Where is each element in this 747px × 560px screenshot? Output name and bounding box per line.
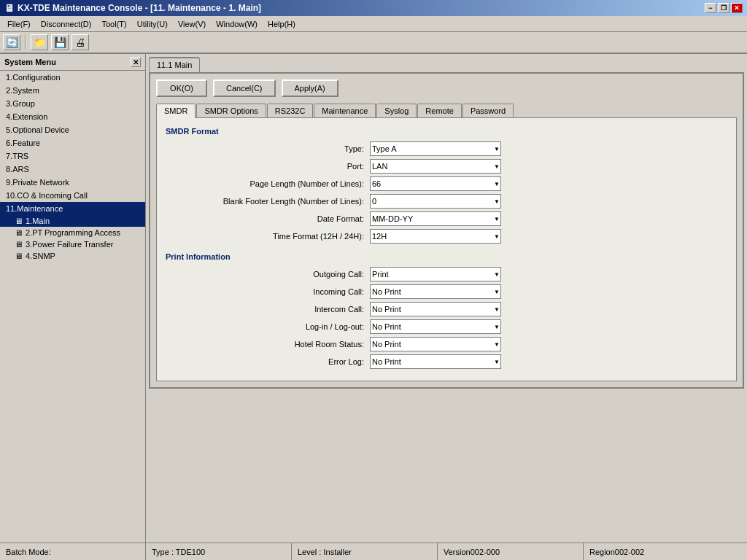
time-format-select-wrapper: 12H24H	[370, 229, 501, 244]
date-format-select[interactable]: MM-DD-YYDD-MM-YYYY-MM-DD	[370, 211, 501, 226]
tab-rs232c[interactable]: RS232C	[267, 104, 314, 117]
main-layout: System Menu ✕ 1.Configuration 2.System 3…	[0, 54, 747, 542]
menu-file[interactable]: File(F)	[3, 18, 35, 30]
tab-maintenance[interactable]: Maintenance	[314, 104, 376, 117]
restore-button[interactable]: ❐	[718, 3, 729, 13]
sidebar-item-trs[interactable]: 7.TRS	[0, 149, 145, 163]
minimize-button[interactable]: −	[705, 3, 716, 13]
page-length-select[interactable]: 660	[370, 176, 501, 191]
time-format-row: Time Format (12H / 24H): 12H24H	[166, 229, 727, 244]
sidebar-title: System Menu	[4, 58, 56, 66]
sidebar-item-system[interactable]: 2.System	[0, 84, 145, 97]
hotel-select[interactable]: No PrintPrint	[370, 337, 501, 351]
menu-window[interactable]: Window(W)	[212, 18, 262, 30]
sidebar-item-group[interactable]: 3.Group	[0, 97, 145, 110]
sidebar-subitem-pt[interactable]: 🖥 2.PT Programming Access	[0, 227, 145, 238]
title-bar-controls[interactable]: − ❐ ✕	[705, 3, 743, 13]
intercom-row: Intercom Call: No PrintPrint	[166, 302, 727, 316]
error-log-row: Error Log: No PrintPrint	[166, 354, 727, 369]
incoming-select-wrapper: No PrintPrint	[370, 284, 501, 299]
menu-utility[interactable]: Utility(U)	[133, 18, 172, 30]
blank-footer-select[interactable]: 012	[370, 194, 501, 209]
tab-smdr[interactable]: SMDR	[156, 104, 196, 118]
sidebar-item-optional[interactable]: 5.Optional Device	[0, 123, 145, 136]
sidebar-close-button[interactable]: ✕	[131, 57, 141, 67]
status-type: Type : TDE100	[146, 543, 292, 560]
pt-icon: 🖥	[15, 228, 23, 237]
date-format-row: Date Format: MM-DD-YYDD-MM-YYYY-MM-DD	[166, 211, 727, 226]
date-format-label: Date Format:	[166, 214, 370, 223]
login-select-wrapper: No PrintPrint	[370, 319, 501, 334]
login-label: Log-in / Log-out:	[166, 322, 370, 331]
ok-button[interactable]: OK(O)	[156, 79, 207, 97]
tab-remote[interactable]: Remote	[417, 104, 462, 117]
hotel-row: Hotel Room Status: No PrintPrint	[166, 337, 727, 351]
status-version: Version002-000	[438, 543, 584, 560]
time-format-select[interactable]: 12H24H	[370, 229, 501, 244]
sidebar-subitem-snmp[interactable]: 🖥 4.SNMP	[0, 250, 145, 262]
sidebar-item-configuration[interactable]: 1.Configuration	[0, 71, 145, 84]
cancel-button[interactable]: Cancel(C)	[213, 79, 276, 97]
title-bar-left: 🖥 KX-TDE Maintenance Console - [11. Main…	[4, 2, 261, 14]
tab-smdr-options[interactable]: SMDR Options	[196, 104, 266, 117]
inner-tabs: SMDR SMDR Options RS232C Maintenance Sys…	[156, 103, 737, 117]
status-bar: Batch Mode: Type : TDE100 Level : Instal…	[0, 542, 747, 560]
toolbar: 🔄 📁 💾 🖨	[0, 32, 747, 54]
tab-syslog[interactable]: Syslog	[376, 104, 417, 117]
intercom-select[interactable]: No PrintPrint	[370, 302, 501, 316]
content-tab-main[interactable]: 11.1 Main	[149, 57, 200, 72]
menu-disconnect[interactable]: Disconnect(D)	[36, 18, 96, 30]
incoming-row: Incoming Call: No PrintPrint	[166, 284, 727, 299]
port-select[interactable]: LANRS232C	[370, 159, 501, 174]
type-row: Type: Type AType B	[166, 141, 727, 156]
blank-footer-row: Blank Footer Length (Number of Lines): 0…	[166, 194, 727, 209]
hotel-label: Hotel Room Status:	[166, 340, 370, 349]
toolbar-print-button[interactable]: 🖨	[71, 34, 89, 50]
menu-help[interactable]: Help(H)	[263, 18, 300, 30]
status-region: Region002-002	[584, 543, 747, 560]
intercom-label: Intercom Call:	[166, 305, 370, 314]
toolbar-refresh-button[interactable]: 🔄	[3, 34, 20, 50]
type-select[interactable]: Type AType B	[370, 141, 501, 156]
incoming-select[interactable]: No PrintPrint	[370, 284, 501, 299]
smdr-format-title: SMDR Format	[166, 127, 727, 136]
page-length-label: Page Length (Number of Lines):	[166, 179, 370, 188]
apply-button[interactable]: Apply(A)	[282, 79, 338, 97]
menu-bar: File(F) Disconnect(D) Tool(T) Utility(U)…	[0, 16, 747, 32]
menu-view[interactable]: View(V)	[174, 18, 210, 30]
power-icon: 🖥	[15, 240, 23, 249]
incoming-label: Incoming Call:	[166, 287, 370, 296]
outgoing-select[interactable]: PrintNo Print	[370, 267, 501, 281]
toolbar-open-button[interactable]: 📁	[31, 34, 48, 50]
error-log-select[interactable]: No PrintPrint	[370, 354, 501, 369]
tab-password[interactable]: Password	[462, 104, 514, 117]
outgoing-label: Outgoing Call:	[166, 270, 370, 279]
type-label: Type:	[166, 144, 370, 153]
title-bar: 🖥 KX-TDE Maintenance Console - [11. Main…	[0, 0, 747, 16]
login-select[interactable]: No PrintPrint	[370, 319, 501, 334]
port-row: Port: LANRS232C	[166, 159, 727, 174]
toolbar-save-button[interactable]: 💾	[51, 34, 69, 50]
sidebar-item-private[interactable]: 9.Private Network	[0, 176, 145, 189]
sidebar-subitem-main[interactable]: 🖥 1.Main	[0, 215, 145, 227]
outgoing-select-wrapper: PrintNo Print	[370, 267, 501, 281]
sidebar-item-co[interactable]: 10.CO & Incoming Call	[0, 189, 145, 202]
menu-tool[interactable]: Tool(T)	[97, 18, 131, 30]
status-level: Level : Installer	[292, 543, 438, 560]
time-format-label: Time Format (12H / 24H):	[166, 232, 370, 241]
sidebar-item-maintenance[interactable]: 11.Maintenance	[0, 202, 145, 215]
hotel-select-wrapper: No PrintPrint	[370, 337, 501, 351]
intercom-select-wrapper: No PrintPrint	[370, 302, 501, 316]
button-row: OK(O) Cancel(C) Apply(A)	[156, 79, 737, 97]
close-button[interactable]: ✕	[731, 3, 743, 13]
sidebar-item-extension[interactable]: 4.Extension	[0, 110, 145, 123]
sidebar-item-feature[interactable]: 6.Feature	[0, 136, 145, 149]
main-icon: 🖥	[15, 217, 23, 225]
print-info-title: Print Information	[166, 252, 727, 261]
content-area: 11.1 Main OK(O) Cancel(C) Apply(A) SMDR …	[146, 54, 747, 542]
sidebar-subitem-power[interactable]: 🖥 3.Power Failure Transfer	[0, 238, 145, 250]
port-select-wrapper: LANRS232C	[370, 159, 501, 174]
form-panel: SMDR Format Type: Type AType B Port: LAN…	[156, 117, 737, 381]
status-batch: Batch Mode:	[0, 543, 146, 560]
sidebar-item-ars[interactable]: 8.ARS	[0, 163, 145, 176]
